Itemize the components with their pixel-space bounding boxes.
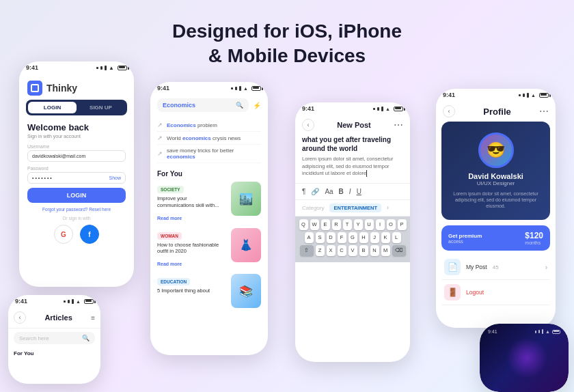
article-card-2-content: WOMAN How to choose fashionable outfit i… xyxy=(157,228,226,269)
facebook-login-button[interactable]: f xyxy=(80,225,99,244)
signal-bar-2 xyxy=(100,66,102,70)
login-subtitle: Sign in with your account xyxy=(27,134,126,139)
menu-post-label: My Post xyxy=(466,264,487,270)
underline-icon[interactable]: U xyxy=(357,188,361,195)
dark-battery-fill xyxy=(554,331,559,332)
post-content[interactable]: Lorem ipsum dolor sit amet, consectetur … xyxy=(302,156,403,178)
key-g[interactable]: G xyxy=(348,232,357,243)
key-y[interactable]: Y xyxy=(354,219,363,230)
key-shift[interactable]: ⇧ xyxy=(300,245,314,256)
key-c[interactable]: C xyxy=(338,245,346,256)
key-i[interactable]: I xyxy=(376,219,385,230)
status-bar-search: 9:41 ▲ xyxy=(150,82,268,94)
wifi-post: ▲ xyxy=(385,107,390,111)
forgot-password-text: Forgot your password? Reset here xyxy=(27,207,126,212)
key-n[interactable]: N xyxy=(370,245,379,256)
search-icon-articles: 🔍 xyxy=(82,335,90,341)
more-icon-profile[interactable]: ⋯ xyxy=(539,106,549,117)
back-button-articles[interactable]: ‹ xyxy=(14,311,26,324)
back-button-post[interactable]: ‹ xyxy=(302,119,314,131)
sig3 xyxy=(239,86,241,91)
username-input[interactable]: davidkowalski@mail.com xyxy=(27,150,126,162)
login-body: Welcome back Sign in with your account U… xyxy=(19,115,134,251)
key-o[interactable]: O xyxy=(387,219,396,230)
paragraph-icon[interactable]: ¶ xyxy=(302,188,305,195)
sp2 xyxy=(377,107,379,111)
key-t[interactable]: T xyxy=(343,219,352,230)
key-z[interactable]: Z xyxy=(316,245,325,256)
dark-time: 9:41 xyxy=(488,329,497,334)
tab-signup[interactable]: SIGN UP xyxy=(77,102,125,113)
menu-item-post[interactable]: 📄 My Post 45 › xyxy=(441,255,550,280)
key-v[interactable]: V xyxy=(348,245,357,256)
suggestion-3[interactable]: ↗ save money tricks for better economics xyxy=(157,145,261,163)
key-m[interactable]: M xyxy=(381,245,390,256)
premium-card[interactable]: Get premium access $120 months xyxy=(441,225,550,251)
key-f[interactable]: F xyxy=(338,232,346,243)
italic-icon[interactable]: I xyxy=(349,188,351,195)
key-r[interactable]: R xyxy=(332,219,341,230)
suggestion-1[interactable]: ↗ Economics problem xyxy=(157,119,261,132)
key-j[interactable]: J xyxy=(370,232,379,243)
phone-search: 9:41 ▲ Economics 🔍 ⚡ ↗ Economics problem… xyxy=(150,82,268,355)
search-icon: 🔍 xyxy=(236,102,243,109)
key-a[interactable]: A xyxy=(305,232,314,243)
login-button[interactable]: LOGIN xyxy=(27,188,126,203)
status-time-login: 9:41 xyxy=(26,64,38,71)
status-bar-profile: 9:41 ▲ xyxy=(436,89,556,101)
profile-header: ‹ Profile ⋯ xyxy=(436,101,556,122)
phone-post: 9:41 ▲ ‹ New Post ⋯ what you get after t… xyxy=(295,102,410,362)
key-delete[interactable]: ⌫ xyxy=(392,245,406,256)
wifi-search: ▲ xyxy=(243,86,248,91)
key-s[interactable]: S xyxy=(316,232,325,243)
key-k[interactable]: K xyxy=(381,232,390,243)
key-h[interactable]: H xyxy=(359,232,368,243)
key-d[interactable]: D xyxy=(327,232,336,243)
dark-wifi: ▲ xyxy=(545,329,550,334)
google-login-button[interactable]: G xyxy=(54,225,73,244)
key-w[interactable]: W xyxy=(310,219,319,230)
menu-icon-articles[interactable]: ≡ xyxy=(91,314,95,322)
read-more-1[interactable]: Read more xyxy=(157,216,182,221)
more-icon-post[interactable]: ⋯ xyxy=(394,120,403,130)
battery-profile xyxy=(539,93,549,98)
status-time-search: 9:41 xyxy=(157,85,169,92)
header-section: Designed for iOS, iPhone & Mobile Device… xyxy=(150,19,424,69)
key-x[interactable]: X xyxy=(327,245,336,256)
category-tag[interactable]: ENTERTAINMENT xyxy=(329,204,381,212)
back-button-profile[interactable]: ‹ xyxy=(443,105,455,117)
key-b[interactable]: B xyxy=(359,245,368,256)
read-more-2[interactable]: Read more xyxy=(157,262,182,266)
key-e[interactable]: E xyxy=(321,219,330,230)
filter-icon[interactable]: ⚡ xyxy=(253,102,261,109)
for-you-section: For You SOCIETY Improve your communicati… xyxy=(150,166,268,316)
tag-woman: WOMAN xyxy=(157,232,182,240)
articles-search-bar[interactable]: Search here 🔍 xyxy=(14,332,95,344)
status-icons-profile: ▲ xyxy=(519,93,549,98)
show-password-link[interactable]: Show xyxy=(109,176,121,180)
search-input[interactable]: Economics 🔍 xyxy=(157,98,249,112)
forgot-label: Forgot your password? xyxy=(42,207,87,212)
key-q[interactable]: Q xyxy=(299,219,308,230)
suggestion-2[interactable]: ↗ World economics crysis news xyxy=(157,132,261,145)
signal-2 xyxy=(68,300,70,303)
dark-glow xyxy=(506,337,547,378)
social-buttons: G f xyxy=(27,225,126,244)
profile-title: Profile xyxy=(483,107,510,117)
sp3 xyxy=(381,107,383,111)
articles-title: Articles xyxy=(44,313,72,322)
password-input[interactable]: • • • • • • • Show xyxy=(27,172,126,184)
font-icon[interactable]: Aa xyxy=(325,188,333,195)
key-l[interactable]: L xyxy=(392,232,401,243)
menu-item-logout[interactable]: 🚪 Logout xyxy=(441,280,550,305)
key-p[interactable]: P xyxy=(398,219,407,230)
bold-icon[interactable]: B xyxy=(339,188,344,195)
avatar: 😎 xyxy=(478,132,514,168)
tab-login[interactable]: LOGIN xyxy=(28,102,77,113)
reset-link[interactable]: Reset here xyxy=(89,207,111,212)
status-time-articles: 9:41 xyxy=(15,298,27,305)
link-icon[interactable]: 🔗 xyxy=(311,188,319,195)
key-u[interactable]: U xyxy=(365,219,374,230)
profile-name: David Kowalski xyxy=(450,172,542,180)
header-title-line1: Designed for iOS, iPhone xyxy=(150,19,424,44)
